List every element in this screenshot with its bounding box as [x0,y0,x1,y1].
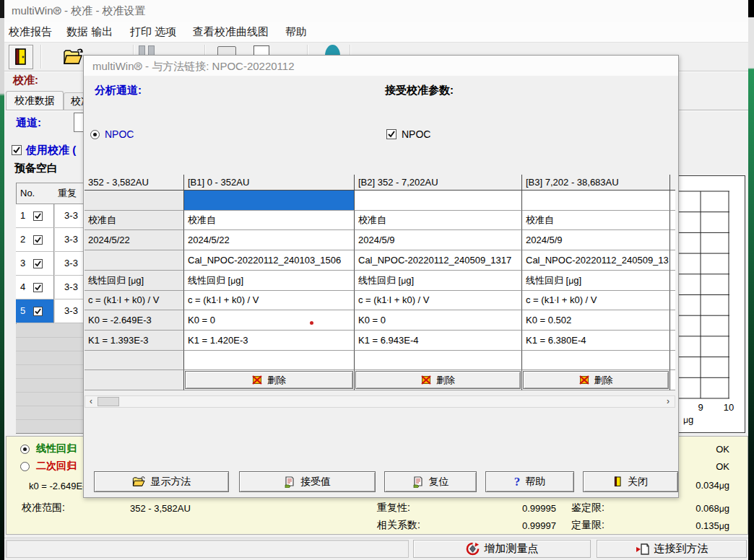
version-table-cell[interactable]: K0 = -2.649E-3 [84,310,184,331]
repeatability-label: 重复性: [377,502,410,515]
version-table-cell[interactable]: 线性回归 [µg] [355,271,522,291]
version-table-cell[interactable]: K1 = 1.420E-3 [184,331,355,351]
version-table-cell[interactable]: 2024/5/9 [355,230,522,250]
delete-button-label: 删除 [594,374,613,387]
delete-icon [252,375,262,385]
status-add-measure-point-button[interactable]: 增加测量点 [413,540,591,558]
quantification-limit-label: 定量限: [571,519,604,532]
version-table-cell[interactable]: Cal_NPOC-20220112_240509_1317 [355,250,522,271]
version-table-cell[interactable] [522,191,670,211]
window-title: multiWin® - 校准 - 校准设置 [12,4,146,18]
tab-calibration-data[interactable]: 校准数据 [6,91,64,110]
help-button[interactable]: ?帮助 [485,471,574,492]
prepare-blank-label: 预备空白 [14,162,58,175]
version-table-cell[interactable]: 线性回归 [µg] [522,271,670,291]
version-table-cell[interactable] [84,191,184,211]
version-table-cell[interactable] [355,351,522,370]
version-table-cell[interactable]: 校准自 [355,211,522,230]
version-table-cell[interactable] [84,250,184,271]
row-number: 4 [20,281,27,294]
table-h-scrollbar[interactable] [84,395,675,408]
version-column-sliver-cell [670,310,675,331]
reset-icon [412,476,424,488]
row-checkbox[interactable] [33,307,43,316]
close-button[interactable]: 关闭 [583,471,678,492]
blank-table-row[interactable]: 4 [16,276,54,299]
menu-item-calibration-report[interactable]: 校准报告 [9,25,52,39]
version-table-cell[interactable]: K1 = 6.943E-4 [355,331,522,351]
show-method-button-label: 显示方法 [151,476,191,489]
toolbar-exit-button[interactable] [9,45,33,69]
version-table-cell[interactable] [355,191,522,211]
status-link-method-label: 连接到方法 [654,542,708,556]
version-delete-cell: 删除 [184,370,355,390]
blank-table-row[interactable]: 3 [16,252,54,276]
version-table-cell[interactable]: K0 = 0.502 [522,310,670,331]
checkmark-icon [35,237,41,243]
row-checkbox[interactable] [33,211,43,221]
blank-table-row[interactable]: 1 [16,204,54,228]
row-checkbox[interactable] [33,235,43,245]
menu-item-view-calibration-curve[interactable]: 查看校准曲线图 [193,25,269,39]
linear-regression-radio[interactable] [20,445,30,454]
version-table-cell[interactable]: c = (k1·I + k0) / V [355,291,522,310]
version-table-cell[interactable]: K1 = 6.380E-4 [522,331,670,351]
version-table-cell[interactable] [84,351,184,370]
selected-version-cell[interactable] [184,191,355,211]
version-column-sliver-cell [670,230,675,250]
row-checkbox[interactable] [33,259,43,268]
version-table-cell[interactable]: 线性回归 [µg] [84,271,184,291]
row-checkbox[interactable] [33,283,43,292]
version-table-cell[interactable]: K0 = 0 [355,310,522,331]
version-table-cell[interactable]: c = (k1·I + k0) / V [84,291,184,310]
quadratic-regression-radio[interactable] [20,462,30,471]
scrollbar-left-arrow[interactable]: ‹ [85,396,97,407]
status-link-method-button[interactable]: 连接到方法 [597,540,747,558]
reset-button[interactable]: 复位 [384,471,477,492]
linear-regression-label: 线性回归 [36,442,77,455]
npoc-radio[interactable] [90,130,100,139]
x-tick-9: 9 [698,401,703,414]
show-method-button[interactable]: 显示方法 [94,471,229,492]
version-table-cell[interactable]: Cal_NPOC-20220112_240509_13 [522,250,670,271]
npoc-checkbox-label: NPOC [402,128,430,141]
delete-version-button[interactable]: 删除 [355,371,521,389]
blank-table-row[interactable]: 2 [16,228,54,252]
blank-table-row[interactable]: 5 [16,299,54,323]
menubar [4,22,748,43]
version-table-cell[interactable]: 2024/5/9 [522,230,670,250]
version-delete-cell: 删除 [522,370,670,390]
menu-item-data-output[interactable]: 数据 输出 [66,25,113,39]
menu-item-print-options[interactable]: 打印 选项 [130,25,176,39]
version-table-cell[interactable]: c = (k1·I + k0) / V [522,291,670,310]
close-door-icon [613,476,623,487]
npoc-checkbox[interactable] [386,129,396,139]
use-calibration-checkbox[interactable] [12,145,22,155]
accept-values-button[interactable]: 接受值 [239,471,376,492]
version-column-sliver-cell [670,291,675,310]
accept-params-label: 接受校准参数: [385,84,454,97]
scrollbar-right-arrow[interactable]: › [662,396,674,407]
version-table-cell[interactable]: 校准自 [184,211,355,230]
delete-version-button[interactable]: 删除 [185,371,353,389]
version-table-cell[interactable]: Cal_NPOC-20220112_240103_1506 [184,250,355,271]
version-table-cell[interactable]: c = (k1·I + k0) / V [184,291,355,310]
menu-item-help[interactable]: 帮助 [285,25,307,39]
calibration-range-label: 校准范围: [22,502,65,515]
version-table-cell[interactable]: 2024/5/22 [184,230,355,250]
version-table-cell[interactable]: 校准自 [84,211,184,230]
delete-button-label: 删除 [267,374,286,387]
version-table-cell[interactable]: K0 = 0 [184,310,355,331]
version-column-sliver-cell [670,250,675,271]
version-table-cell[interactable] [522,351,670,370]
link-method-dialog: multiWin® - 与方法链接: NPOC-20220112 分析通道: 接… [83,55,679,498]
version-table-cell[interactable]: 2024/5/22 [84,230,184,250]
version-table-cell[interactable]: 校准自 [522,211,670,230]
correlation-value: 0.99997 [474,520,556,533]
radio-dot [93,133,97,136]
version-table-cell[interactable]: K1 = 1.393E-3 [84,331,184,351]
delete-version-button[interactable]: 删除 [523,371,669,389]
version-table-cell[interactable]: 线性回归 [µg] [184,271,355,291]
version-table-cell[interactable] [184,351,355,370]
scrollbar-thumb[interactable] [98,397,119,406]
